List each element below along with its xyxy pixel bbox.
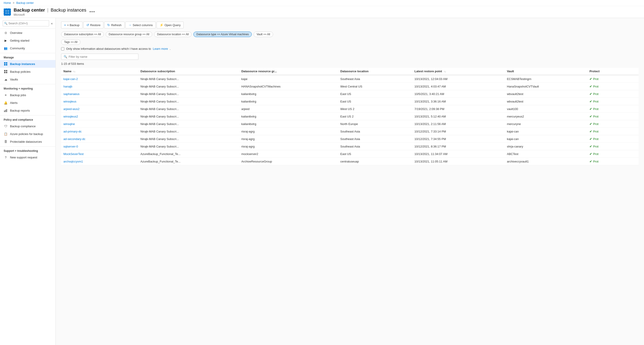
cell-protection: ✔Prot bbox=[587, 113, 638, 120]
more-button[interactable]: ••• bbox=[90, 10, 95, 14]
cell-name: winsqleus2 bbox=[61, 113, 138, 120]
backup-button[interactable]: + + Backup bbox=[61, 22, 82, 28]
sidebar-item-vaults[interactable]: ☁ Vaults bbox=[0, 76, 56, 83]
table-row[interactable]: MockSeverTest AzureBackup_Functional_Te.… bbox=[61, 150, 638, 158]
sidebar-item-getting-started[interactable]: ▶ Getting started bbox=[0, 36, 56, 44]
cell-subscription: Nirajk-MAB Canary Subscri... bbox=[138, 75, 239, 83]
cell-subscription: Nirajk-MAB Canary Subscri... bbox=[138, 128, 239, 135]
table-row[interactable]: winsqleus2 Nirajk-MAB Canary Subscri... … bbox=[61, 113, 638, 120]
cell-protection: ✔Prot bbox=[587, 128, 638, 135]
svg-rect-14 bbox=[6, 109, 7, 112]
breadcrumb-current[interactable]: Backup center bbox=[16, 1, 34, 4]
table-row[interactable]: sqlserver-0 Nirajk-MAB Canary Subscri...… bbox=[61, 143, 638, 150]
backup-reports-icon bbox=[4, 108, 8, 112]
sidebar-item-backup-instances[interactable]: Backup instances bbox=[0, 60, 56, 68]
community-icon: 👥 bbox=[4, 46, 8, 50]
table-row[interactable]: winsqleus Nirajk-MAB Canary Subscri... k… bbox=[61, 98, 638, 105]
table-row[interactable]: archsqlccyvm1 AzureBackup_Functional_Te.… bbox=[61, 158, 638, 165]
learn-more-link[interactable]: Learn more bbox=[153, 47, 168, 50]
sidebar-item-alerts[interactable]: 🔔 Alerts bbox=[0, 99, 56, 106]
table-row[interactable]: winsqlne Nirajk-MAB Canary Subscri... ka… bbox=[61, 120, 638, 128]
sidebar-item-label: Vaults bbox=[10, 78, 18, 81]
sidebar-item-community[interactable]: 👥 Community bbox=[0, 44, 56, 52]
svg-rect-7 bbox=[6, 64, 7, 66]
filter-subscription[interactable]: Datasource subscription == All bbox=[61, 32, 104, 37]
cell-vault: ECSMABTestingrn bbox=[505, 75, 587, 83]
cell-protection: ✔Prot bbox=[587, 90, 638, 98]
table-row[interactable]: arjeed-wus2 Nirajk-MAB Canary Subscri...… bbox=[61, 105, 638, 113]
col-header-vault[interactable]: Vault bbox=[505, 68, 587, 75]
cell-restore-point: 10/13/2021, 12:04:03 AM bbox=[412, 75, 505, 83]
open-query-button[interactable]: ⚡ Open Query bbox=[156, 22, 184, 28]
sidebar-item-overview[interactable]: ⊙ Overview bbox=[0, 29, 56, 36]
sidebar-item-backup-reports[interactable]: Backup reports bbox=[0, 106, 56, 114]
cell-subscription: AzureBackup_Functional_Te... bbox=[138, 158, 239, 165]
svg-rect-10 bbox=[4, 72, 6, 73]
cell-subscription: Nirajk-MAB Canary Subscri... bbox=[138, 135, 239, 143]
cell-resource-group: risraj-agrg bbox=[239, 135, 338, 143]
sidebar-search-area: 🔍 « bbox=[0, 18, 56, 29]
sidebar-item-backup-policies[interactable]: Backup policies bbox=[0, 68, 56, 76]
cell-location: West Central US bbox=[338, 83, 412, 90]
datasource-access-checkbox[interactable] bbox=[61, 47, 64, 50]
restore-button[interactable]: ↺ Restore bbox=[84, 22, 104, 28]
vaults-icon: ☁ bbox=[4, 77, 8, 81]
sidebar-item-new-support-request[interactable]: ? New support request bbox=[0, 154, 56, 161]
filter-type[interactable]: Datasource type == Azure Virtual machine… bbox=[194, 32, 252, 37]
sidebar-search-icon: 🔍 bbox=[4, 22, 8, 25]
support-icon: ? bbox=[4, 155, 8, 159]
sidebar-item-protectable-datasources[interactable]: 🗄 Protectable datasources bbox=[0, 138, 56, 146]
cell-resource-group: risraj-agrg bbox=[239, 128, 338, 135]
backup-policies-icon bbox=[4, 70, 8, 74]
sidebar-item-label: New support request bbox=[10, 156, 37, 159]
cell-restore-point: 10/13/2021, 2:11:56 AM bbox=[412, 120, 505, 128]
breadcrumb-home[interactable]: Home bbox=[4, 1, 11, 4]
filter-resource-group[interactable]: Datasource resource group == All bbox=[106, 32, 152, 37]
table-body: kajai-can-2 Nirajk-MAB Canary Subscri...… bbox=[61, 75, 638, 165]
col-header-location[interactable]: Datasource location bbox=[338, 68, 412, 75]
filter-location[interactable]: Datasource location == All bbox=[154, 32, 192, 37]
search-input[interactable] bbox=[69, 55, 136, 58]
sidebar-item-label: Community bbox=[10, 46, 25, 50]
cell-name: kajai-can-2 bbox=[61, 75, 138, 83]
table-row[interactable]: ad-primary-dc Nirajk-MAB Canary Subscri.… bbox=[61, 128, 638, 135]
table-row[interactable]: ad-secondary-dc Nirajk-MAB Canary Subscr… bbox=[61, 135, 638, 143]
cell-location: East US bbox=[338, 150, 412, 158]
sidebar-item-label: Overview bbox=[10, 31, 22, 34]
top-bar: Backup center | Backup instances Microso… bbox=[0, 6, 644, 18]
sidebar-item-backup-jobs[interactable]: ≡ Backup jobs bbox=[0, 91, 56, 99]
collapse-button[interactable]: « bbox=[51, 22, 53, 25]
svg-rect-11 bbox=[6, 72, 7, 73]
col-header-restore-point[interactable]: Latest restore point ↑↓ bbox=[412, 68, 505, 75]
table-row[interactable]: saphanaeus Nirajk-MAB Canary Subscri... … bbox=[61, 90, 638, 98]
col-header-subscription[interactable]: Datasource subscription bbox=[138, 68, 239, 75]
cell-restore-point: 10/13/2021, 11:34:07 AM bbox=[412, 150, 505, 158]
cell-vault: kajai-can bbox=[505, 135, 587, 143]
svg-rect-0 bbox=[5, 10, 7, 12]
cell-restore-point: 10/12/2021, 7:33:14 PM bbox=[412, 128, 505, 135]
col-header-name[interactable]: Name ↑↓ bbox=[61, 68, 138, 75]
filter-vault[interactable]: Vault == All bbox=[254, 32, 273, 37]
table-row[interactable]: hanajb Nirajk-MAB Canary Subscri... HANA… bbox=[61, 83, 638, 90]
cell-resource-group: risraj-agrg bbox=[239, 143, 338, 150]
cell-protection: ✔Prot bbox=[587, 143, 638, 150]
col-header-protection[interactable]: Protect bbox=[587, 68, 638, 75]
cell-name: ad-secondary-dc bbox=[61, 135, 138, 143]
col-header-resource-group[interactable]: Datasource resource gr... bbox=[239, 68, 338, 75]
refresh-button[interactable]: ↻ Refresh bbox=[104, 22, 124, 28]
cell-resource-group: kailanibvtrg bbox=[239, 90, 338, 98]
filter-tags[interactable]: Tags == All bbox=[61, 39, 80, 45]
cell-restore-point: 10/12/2021, 7:34:55 PM bbox=[412, 135, 505, 143]
select-columns-button[interactable]: → Select columns bbox=[126, 22, 156, 28]
sidebar-search-input[interactable] bbox=[3, 20, 49, 26]
backup-instances-icon bbox=[4, 62, 8, 66]
cell-vault: kajai-can bbox=[505, 128, 587, 135]
table-row[interactable]: kajai-can-2 Nirajk-MAB Canary Subscri...… bbox=[61, 75, 638, 83]
manage-section-label: Manage bbox=[0, 53, 56, 60]
filter-row: Datasource subscription == All Datasourc… bbox=[61, 32, 638, 37]
svg-rect-1 bbox=[8, 10, 9, 12]
sidebar-item-azure-policies[interactable]: 📋 Azure policies for backup bbox=[0, 130, 56, 138]
cell-location: Southeast Asia bbox=[338, 135, 412, 143]
sidebar-item-backup-compliance[interactable]: 🛡 Backup compliance bbox=[0, 122, 56, 130]
svg-rect-2 bbox=[5, 12, 7, 14]
